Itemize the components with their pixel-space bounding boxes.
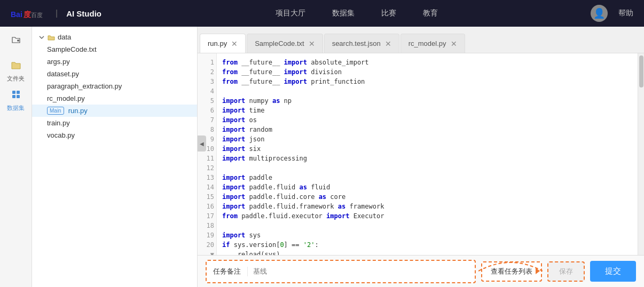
tab-rcmodel-close[interactable]: ✕ [451, 40, 457, 47]
file-train[interactable]: train.py [32, 117, 197, 129]
logo-divider: | [56, 9, 58, 18]
task-input-area: 任务备注 [206, 260, 476, 283]
save-button[interactable]: 保存 [547, 261, 585, 282]
header-right: 👤 帮助 [591, 5, 633, 22]
new-folder-icon [12, 35, 20, 44]
sidebar-nav: 文件夹 数据集 [3, 58, 29, 114]
svg-rect-15 [12, 95, 15, 98]
new-folder-button[interactable] [6, 32, 26, 47]
file-rcmodel[interactable]: rc_model.py [32, 92, 197, 105]
file-samplecode[interactable]: SampleCode.txt [32, 43, 197, 55]
sidebar-item-datasets[interactable]: 数据集 [3, 87, 29, 114]
tab-runpy-close[interactable]: ✕ [231, 40, 238, 47]
chevron-down-icon [38, 34, 45, 41]
folder-name: data [58, 33, 71, 41]
sidebar-files-label: 文件夹 [7, 75, 25, 83]
bottom-bar: 任务备注 查看任务列表 保存 提交 [198, 255, 644, 287]
collapse-sidebar-button[interactable]: ◀ [198, 135, 206, 152]
code-content[interactable]: from __future__ import absolute_import f… [217, 53, 638, 255]
file-samplecode-name: SampleCode.txt [47, 45, 97, 53]
app-title: AI Studio [66, 9, 101, 18]
code-editor[interactable]: 1234 5678 9101112 13141516 17181920 ▼ 21… [198, 53, 644, 255]
tab-rcmodel[interactable]: rc_model.py ✕ [400, 34, 465, 53]
tab-runpy[interactable]: run.py ✕ [200, 34, 246, 53]
header-nav: 项目大厅 数据集 比赛 教育 [123, 6, 591, 21]
nav-item-1[interactable]: 数据集 [332, 6, 355, 21]
file-rcmodel-name: rc_model.py [47, 94, 85, 102]
main-badge: Main [47, 107, 64, 115]
sidebar-item-files[interactable]: 文件夹 [3, 58, 29, 84]
right-actions: 查看任务列表 保存 提交 [481, 261, 636, 282]
file-tree: data SampleCode.txt args.py dataset.py p… [32, 27, 198, 287]
datasets-icon [11, 89, 21, 102]
nav-item-0[interactable]: 项目大厅 [276, 6, 305, 21]
file-args-name: args.py [47, 58, 70, 66]
tab-searchtest[interactable]: search.test.json ✕ [324, 34, 399, 53]
file-train-name: train.py [47, 119, 70, 127]
tab-samplecode-close[interactable]: ✕ [309, 40, 315, 47]
data-folder[interactable]: data [32, 31, 197, 43]
help-link[interactable]: 帮助 [618, 9, 633, 18]
new-file-button[interactable] [0, 32, 2, 47]
sidebar: 文件夹 数据集 [0, 27, 32, 287]
nav-item-3[interactable]: 教育 [423, 6, 438, 21]
file-vocab-name: vocab.py [47, 131, 75, 139]
file-runpy[interactable]: Main run.py [32, 105, 197, 117]
line-numbers: 1234 5678 9101112 13141516 17181920 ▼ 21… [198, 53, 217, 255]
tab-rcmodel-label: rc_model.py [409, 39, 446, 47]
svg-text:Bai: Bai [11, 10, 22, 19]
logo-area: Bai 度 百度 | AI Studio [11, 6, 101, 20]
avatar-icon: 👤 [593, 7, 605, 19]
file-runpy-name: run.py [68, 107, 88, 115]
task-label: 任务备注 [207, 267, 248, 276]
nav-item-2[interactable]: 比赛 [381, 6, 396, 21]
folder-icon [11, 60, 21, 73]
scrollbar[interactable] [638, 53, 644, 255]
file-paragraph-name: paragraph_extraction.py [47, 82, 122, 90]
tab-searchtest-close[interactable]: ✕ [385, 40, 391, 47]
folder-open-icon [48, 34, 55, 41]
file-paragraph[interactable]: paragraph_extraction.py [32, 80, 197, 92]
file-args[interactable]: args.py [32, 55, 197, 68]
file-dataset[interactable]: dataset.py [32, 68, 197, 80]
baseline-input[interactable] [248, 267, 376, 275]
svg-text:百度: 百度 [31, 12, 43, 18]
baidu-logo-icon: Bai 度 百度 [11, 6, 47, 20]
svg-text:度: 度 [23, 10, 32, 19]
main-container: 文件夹 数据集 data SampleCode.txt args.py [0, 27, 644, 287]
svg-rect-14 [17, 91, 20, 94]
tab-runpy-label: run.py [208, 39, 227, 47]
tab-searchtest-label: search.test.json [332, 39, 381, 47]
tabs-bar: run.py ✕ SampleCode.txt ✕ search.test.js… [198, 27, 644, 53]
file-vocab[interactable]: vocab.py [32, 129, 197, 141]
header: Bai 度 百度 | AI Studio 项目大厅 数据集 比赛 教育 👤 帮助 [0, 0, 644, 27]
svg-rect-16 [17, 95, 20, 98]
sidebar-datasets-label: 数据集 [7, 104, 25, 112]
arrow-decoration-icon [478, 259, 543, 283]
submit-button[interactable]: 提交 [590, 261, 636, 282]
editor-area: run.py ✕ SampleCode.txt ✕ search.test.js… [198, 27, 644, 287]
avatar[interactable]: 👤 [591, 5, 608, 22]
svg-rect-13 [12, 91, 15, 94]
file-tree-content: data SampleCode.txt args.py dataset.py p… [32, 27, 197, 287]
tab-samplecode[interactable]: SampleCode.txt ✕ [247, 34, 323, 53]
file-dataset-name: dataset.py [47, 70, 79, 78]
tab-samplecode-label: SampleCode.txt [255, 39, 304, 47]
scrollbar-thumb[interactable] [639, 55, 643, 87]
